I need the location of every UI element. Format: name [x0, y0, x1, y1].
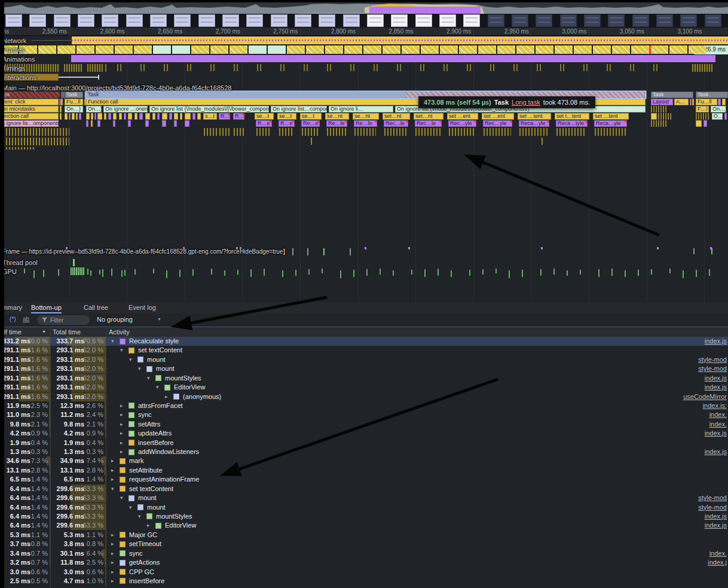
frame-block[interactable] [96, 45, 114, 54]
flame-segment[interactable]: Task [696, 92, 728, 98]
flame-segment[interactable]: On ignore li… [329, 106, 393, 112]
expand-icon[interactable]: ▸ [111, 467, 114, 473]
flame-segment[interactable]: vent: click [0, 99, 59, 105]
collapse-icon[interactable]: ▾ [156, 384, 159, 390]
grouping-select[interactable]: No grouping [97, 316, 133, 323]
frame-block[interactable] [249, 45, 267, 54]
flame-segment[interactable] [97, 120, 100, 127]
source-link[interactable]: useCodeMirror [683, 393, 727, 400]
filmstrip-thumbnail[interactable] [222, 14, 239, 27]
animations-track-bar[interactable] [71, 55, 715, 62]
frames-track-label[interactable]: Frames [2, 46, 25, 53]
filmstrip-thumbnail[interactable] [415, 14, 432, 27]
flame-segment[interactable]: Reca…yle [594, 120, 627, 127]
filmstrip-thumbnail[interactable] [656, 14, 673, 27]
filmstrip-thumbnail[interactable] [680, 14, 697, 27]
filmstrip-thumbnail[interactable] [5, 14, 22, 27]
tab-bottom-up[interactable]: Bottom-up [31, 304, 62, 311]
flame-segment[interactable]: Rec…le [384, 120, 408, 127]
frame-block[interactable] [689, 45, 706, 54]
flame-segment[interactable] [192, 113, 195, 120]
flame-segment[interactable] [69, 113, 71, 120]
flame-segment[interactable]: A… [674, 99, 689, 105]
frame-block[interactable] [287, 45, 305, 54]
dropped-frame-marker[interactable] [649, 45, 651, 54]
frame-block[interactable] [134, 45, 152, 54]
flame-segment[interactable] [197, 113, 201, 120]
sort-descending-icon[interactable]: ▼ [42, 330, 46, 334]
flame-segment[interactable]: n ignore lis…omponents\/) [0, 120, 59, 127]
flame-segment[interactable]: se…nt [325, 113, 349, 120]
flame-segment[interactable] [185, 120, 189, 127]
flame-segment[interactable] [108, 113, 111, 120]
flame-segment[interactable]: R… [219, 113, 230, 120]
flame-segment[interactable]: Layout [651, 99, 673, 105]
table-row[interactable]: 1.3 ms0.3 %1.3 ms0.3 %▸addWindowListener… [0, 447, 728, 456]
flame-segment[interactable] [651, 120, 666, 127]
flame-segment[interactable]: set …tent [593, 113, 629, 120]
filmstrip-thumbnail[interactable] [271, 14, 287, 27]
flame-segment[interactable] [174, 113, 178, 120]
source-link[interactable]: index.j [708, 559, 727, 566]
long-task-link[interactable]: Long task [512, 99, 540, 106]
filmstrip-thumbnail[interactable] [439, 14, 456, 27]
table-row[interactable]: 291.1 ms61.6 %293.1 ms62.0 %▾set textCon… [0, 346, 728, 355]
flame-segment[interactable] [72, 113, 75, 120]
collapse-icon[interactable]: ▾ [111, 486, 114, 492]
flame-segment[interactable] [145, 113, 150, 120]
expand-icon[interactable]: ▸ [165, 394, 168, 400]
expand-icon[interactable]: ▸ [111, 476, 114, 482]
frame-block[interactable] [210, 45, 228, 54]
flame-segment[interactable] [169, 113, 172, 120]
flame-segment[interactable]: On…) [65, 106, 83, 112]
frame-block[interactable] [77, 45, 94, 54]
flame-segment[interactable] [139, 113, 143, 120]
frame-block[interactable] [669, 45, 687, 54]
column-header-activity[interactable]: Activity [109, 328, 130, 336]
frame-block[interactable] [402, 45, 420, 54]
frame-block[interactable] [115, 45, 133, 54]
collapse-icon[interactable]: ▾ [129, 504, 132, 510]
frame-block[interactable] [38, 45, 56, 54]
flame-segment[interactable]: Re…e [301, 120, 320, 127]
flame-segment[interactable]: se…t [255, 113, 274, 120]
flame-segment[interactable]: s…t [203, 113, 217, 120]
filmstrip-thumbnail[interactable] [150, 14, 167, 27]
flame-segment[interactable] [162, 120, 166, 127]
flame-segment[interactable]: un microtasks [0, 106, 59, 112]
source-link[interactable]: index.js: [703, 402, 727, 409]
source-link[interactable]: index.js [705, 522, 727, 529]
expand-icon[interactable]: ▸ [120, 403, 123, 409]
filmstrip-thumbnail[interactable] [319, 14, 335, 27]
filmstrip-thumbnail[interactable] [198, 14, 215, 27]
table-row[interactable]: 6.4 ms1.4 %299.6 ms63.3 %▾mountStylesind… [0, 512, 728, 521]
flame-segment[interactable] [91, 120, 93, 127]
flame-segment[interactable] [162, 113, 167, 120]
filmstrip-thumbnail[interactable] [246, 14, 263, 27]
flame-segment[interactable] [185, 113, 191, 120]
screenshot-filmstrip[interactable] [0, 14, 728, 28]
filmstrip-thumbnail[interactable] [174, 14, 191, 27]
frame-track-label[interactable]: Frame — https://id-preview--bd53fd9d-728… [2, 248, 285, 255]
flame-segment[interactable] [113, 120, 115, 127]
source-link[interactable]: index.js [705, 429, 727, 437]
main-thread-label[interactable]: Main — http://localhost:3000/projects/bd… [2, 84, 231, 92]
source-link[interactable]: index.js [705, 513, 727, 520]
thread-pool-label[interactable]: Thread pool [2, 259, 38, 266]
filter-input[interactable]: Filter [37, 315, 90, 325]
flame-segment[interactable]: On ignore …onents\/) [103, 106, 148, 112]
collapse-icon[interactable]: ▾ [120, 495, 123, 501]
filmstrip-thumbnail[interactable] [295, 14, 311, 27]
interactions-track-label[interactable]: Interactions [2, 74, 36, 81]
flame-segment[interactable] [724, 113, 727, 120]
animations-track-label[interactable]: Animations [2, 56, 35, 63]
filmstrip-thumbnail[interactable] [584, 14, 601, 27]
flame-segment[interactable]: se…t [277, 113, 296, 120]
expand-icon[interactable]: ▸ [120, 449, 123, 455]
flame-segment[interactable]: On…) [711, 106, 726, 112]
flame-segment[interactable] [119, 113, 122, 120]
table-row[interactable]: 291.1 ms61.6 %293.1 ms62.0 %▾mountstyle-… [0, 364, 728, 373]
frame-block[interactable] [516, 45, 534, 54]
expand-icon[interactable]: ▸ [120, 430, 123, 436]
regex-icon[interactable]: (*) [10, 316, 16, 322]
